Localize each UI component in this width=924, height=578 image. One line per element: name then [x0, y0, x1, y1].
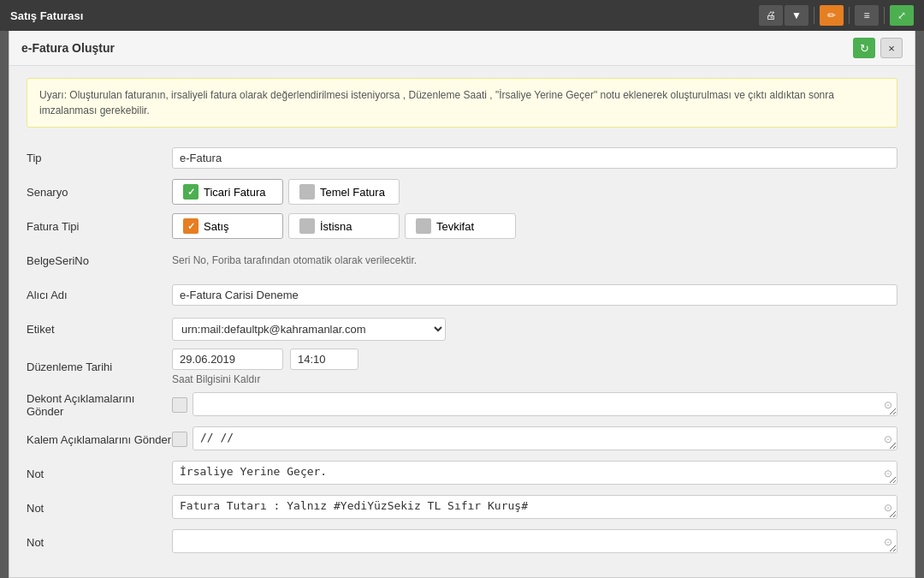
not1-textarea[interactable]: İrsaliye Yerine Geçer. [172, 461, 897, 485]
dekont-control: ⊙ [172, 392, 897, 419]
not2-wrapper: Fatura Tutarı : Yalnız #YediYüzSekiz TL … [172, 495, 897, 521]
maximize-button[interactable]: ⤢ [890, 5, 914, 26]
not2-row: Not Fatura Tutarı : Yalnız #YediYüzSekiz… [27, 493, 897, 522]
print-button[interactable]: 🖨 [759, 5, 783, 26]
dekont-note-wrapper: ⊙ [192, 392, 897, 419]
modal-header: e-Fatura Oluştur ↻ × [9, 31, 915, 66]
kalem-control: // // ⊙ [172, 426, 897, 453]
etiket-control: urn:mail:defaultpk@kahramanlar.com [172, 318, 897, 341]
modal-container: e-Fatura Oluştur ↻ × Uyarı: Oluşturulan … [9, 31, 915, 578]
divider3 [884, 7, 885, 24]
not3-label: Not [27, 536, 172, 549]
kalem-note-wrapper: // // ⊙ [192, 426, 897, 453]
dekont-textarea[interactable] [192, 392, 897, 416]
ticari-fatura-label: Ticari Fatura [204, 186, 265, 199]
senaryo-row: Senaryo ✓ Ticari Fatura Temel Fatura [27, 177, 897, 206]
date-input[interactable] [172, 349, 283, 370]
dekont-label: Dekont Açıklamalarını Gönder [27, 392, 172, 418]
print-dropdown-button[interactable]: ▼ [785, 5, 808, 26]
dekont-checkbox[interactable] [172, 397, 187, 413]
not1-control: İrsaliye Yerine Geçer. ⊙ [172, 461, 897, 487]
duzenleme-row: Düzenleme Tarihi Saat Bilgisini Kaldır [27, 349, 897, 385]
istisna-label: İstisna [320, 220, 352, 233]
remove-time-link[interactable]: Saat Bilgisini Kaldır [172, 373, 358, 385]
modal-header-buttons: ↻ × [853, 38, 903, 58]
tip-control [172, 147, 897, 169]
edit-button[interactable]: ✏ [820, 5, 844, 26]
senaryo-control: ✓ Ticari Fatura Temel Fatura [172, 179, 897, 205]
istisna-check-icon [299, 218, 315, 234]
not1-row: Not İrsaliye Yerine Geçer. ⊙ [27, 459, 897, 488]
temel-check-icon [299, 184, 315, 200]
kalem-checkbox-area [172, 432, 187, 447]
etiket-row: Etiket urn:mail:defaultpk@kahramanlar.co… [27, 314, 897, 343]
alici-adi-control [172, 284, 897, 306]
window-title: Satış Faturası [10, 9, 752, 22]
not1-label: Not [27, 468, 172, 480]
not3-wrapper: ⊙ [172, 529, 897, 556]
not2-resize-icon: ⊙ [884, 502, 892, 514]
alici-adi-input[interactable] [172, 284, 897, 306]
tevkifat-label: Tevkifat [436, 220, 474, 233]
not2-textarea[interactable]: Fatura Tutarı : Yalnız #YediYüzSekiz TL … [172, 495, 897, 519]
fatura-tipi-row: Fatura Tipi ✓ Satış İstisna Tevkifat [27, 212, 897, 241]
alici-adi-row: Alıcı Adı [27, 280, 897, 309]
belge-seri-control: Seri No, Foriba tarafından otomatik olar… [172, 254, 897, 266]
etiket-label: Etiket [27, 323, 172, 336]
not1-resize-icon: ⊙ [884, 468, 892, 480]
satis-label: Satış [204, 220, 229, 233]
alici-adi-label: Alıcı Adı [27, 289, 172, 301]
ticari-check-icon: ✓ [183, 184, 198, 200]
not3-resize-icon: ⊙ [884, 536, 892, 548]
fatura-tipi-label: Fatura Tipi [27, 220, 172, 233]
title-bar-buttons: 🖨 ▼ ✏ ≡ ⤢ [759, 5, 914, 26]
dekont-row: Dekont Açıklamalarını Gönder ⊙ [27, 390, 897, 420]
kalem-label: Kalem Açıklamalarını Gönder [27, 433, 172, 446]
temel-fatura-label: Temel Fatura [320, 186, 385, 199]
ticari-fatura-btn[interactable]: ✓ Ticari Fatura [172, 179, 283, 205]
divider [814, 7, 814, 24]
senaryo-label: Senaryo [27, 186, 172, 199]
fatura-tipi-control: ✓ Satış İstisna Tevkifat [172, 213, 897, 239]
spacer [27, 562, 897, 575]
not1-wrapper: İrsaliye Yerine Geçer. ⊙ [172, 461, 897, 487]
not3-control: ⊙ [172, 529, 897, 556]
tevkifat-btn[interactable]: Tevkifat [405, 213, 516, 239]
menu-button[interactable]: ≡ [855, 5, 879, 26]
belge-seri-info: Seri No, Foriba tarafından otomatik olar… [172, 254, 417, 266]
tip-label: Tip [27, 152, 172, 164]
satis-btn[interactable]: ✓ Satış [172, 213, 283, 239]
refresh-button[interactable]: ↻ [853, 38, 875, 58]
tevkifat-check-icon [416, 218, 431, 234]
form-body: Tip Senaryo ✓ Ticari Fatura Temel Fatura… [9, 140, 915, 578]
duzenleme-label: Düzenleme Tarihi [27, 361, 172, 373]
close-button[interactable]: × [880, 38, 903, 58]
modal-title: e-Fatura Oluştur [21, 41, 115, 55]
divider2 [849, 7, 850, 24]
belge-seri-label: BelgeSeriNo [27, 254, 172, 267]
istisna-btn[interactable]: İstisna [288, 213, 400, 239]
duzenleme-control: Saat Bilgisini Kaldır [172, 349, 897, 385]
kalem-row: Kalem Açıklamalarını Gönder // // ⊙ [27, 425, 897, 454]
time-input[interactable] [290, 349, 358, 370]
not2-label: Not [27, 502, 172, 515]
not2-control: Fatura Tutarı : Yalnız #YediYüzSekiz TL … [172, 495, 897, 521]
etiket-select[interactable]: urn:mail:defaultpk@kahramanlar.com [172, 318, 446, 341]
kalem-textarea[interactable]: // // [192, 426, 897, 450]
belge-seri-row: BelgeSeriNo Seri No, Foriba tarafından o… [27, 246, 897, 275]
kalem-checkbox[interactable] [172, 432, 187, 447]
title-bar: Satış Faturası 🖨 ▼ ✏ ≡ ⤢ [0, 0, 924, 31]
not3-textarea[interactable] [172, 529, 897, 553]
tip-row: Tip [27, 143, 897, 172]
date-time-group: Saat Bilgisini Kaldır [172, 349, 358, 385]
not3-row: Not ⊙ [27, 527, 897, 557]
dekont-resize-icon: ⊙ [884, 399, 892, 411]
temel-fatura-btn[interactable]: Temel Fatura [288, 179, 400, 205]
warning-text: Uyarı: Oluşturulan faturanın, irsaliyeli… [39, 89, 834, 116]
date-time-row [172, 349, 358, 370]
kalem-resize-icon: ⊙ [884, 433, 892, 445]
dekont-checkbox-area [172, 397, 187, 413]
tip-input[interactable] [172, 147, 897, 169]
warning-box: Uyarı: Oluşturulan faturanın, irsaliyeli… [27, 78, 897, 128]
satis-check-icon: ✓ [183, 218, 198, 234]
